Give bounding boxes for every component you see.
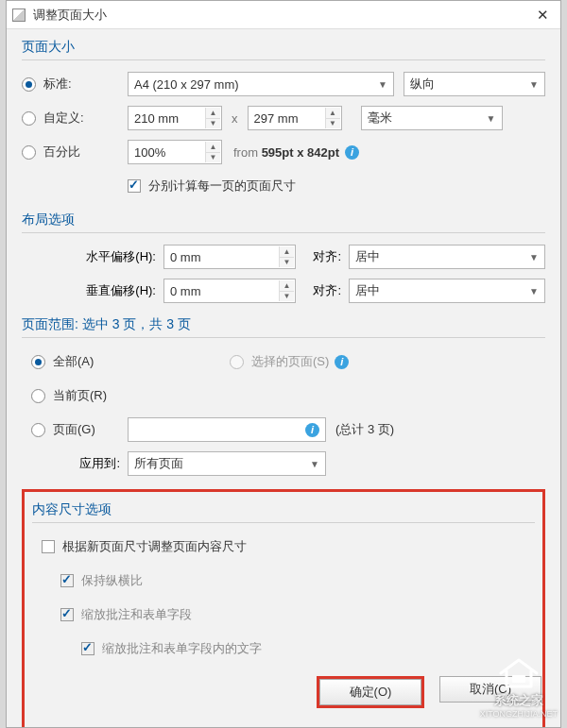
chevron-down-icon: ▼: [487, 113, 496, 124]
calc-each-checkbox[interactable]: [128, 179, 141, 193]
page-range-group: 页面范围: 选中 3 页，共 3 页 全部(A) 选择的页面(S) i 当前页(…: [22, 316, 545, 476]
apply-to-label: 应用到:: [22, 455, 128, 472]
spinner-buttons[interactable]: ▲▼: [205, 108, 220, 128]
percent-radio[interactable]: [22, 145, 36, 160]
page-size-title: 页面大小: [22, 39, 545, 60]
percent-value: 100%: [134, 145, 165, 160]
dialog-buttons: 确定(O) 取消(C): [317, 676, 541, 708]
resize-content-label: 根据新页面尺寸调整页面内容尺寸: [62, 538, 247, 555]
chevron-down-icon: ▼: [529, 252, 539, 262]
info-icon[interactable]: i: [345, 145, 359, 160]
v-offset-value: 0 mm: [170, 284, 201, 298]
chevron-down-icon: ▼: [310, 459, 319, 469]
orientation-select[interactable]: 纵向 ▼: [404, 72, 545, 96]
apply-to-select[interactable]: 所有页面 ▼: [128, 451, 326, 476]
h-offset-value: 0 mm: [170, 250, 201, 264]
v-offset-label: 垂直偏移(H):: [22, 282, 163, 299]
total-pages-text: (总计 3 页): [335, 421, 394, 438]
h-offset-label: 水平偏移(H):: [22, 248, 163, 265]
times-label: x: [232, 111, 238, 126]
scale-annot-text-checkbox: [81, 642, 94, 655]
paper-size-select[interactable]: A4 (210 x 297 mm) ▼: [128, 72, 394, 96]
standard-label: 标准:: [43, 76, 72, 93]
percent-input[interactable]: 100% ▲▼: [128, 140, 222, 164]
all-pages-label: 全部(A): [53, 353, 94, 370]
custom-width-value: 210 mm: [134, 111, 179, 126]
calc-each-label: 分别计算每一页的页面尺寸: [148, 178, 296, 195]
align-label-v: 对齐:: [296, 282, 349, 299]
dialog-body: 页面大小 标准: A4 (210 x 297 mm) ▼ 纵向 ▼: [7, 29, 560, 727]
apply-to-value: 所有页面: [134, 455, 183, 472]
spinner-buttons[interactable]: ▲▼: [279, 280, 294, 301]
layout-group: 布局选项 水平偏移(H): 0 mm ▲▼ 对齐: 居中 ▼ 垂直偏移(H): …: [22, 212, 545, 303]
cancel-button[interactable]: 取消(C): [439, 676, 541, 703]
from-text: from 595pt x 842pt: [233, 145, 339, 160]
keep-aspect-checkbox: [60, 574, 74, 587]
ok-highlight: 确定(O): [317, 676, 424, 708]
spinner-buttons[interactable]: ▲▼: [325, 108, 340, 128]
scale-annot-checkbox: [60, 608, 74, 621]
scale-annot-label: 缩放批注和表单字段: [81, 606, 192, 623]
v-align-select[interactable]: 居中 ▼: [349, 279, 545, 303]
spinner-buttons[interactable]: ▲▼: [279, 246, 294, 267]
h-align-select[interactable]: 居中 ▼: [349, 245, 545, 269]
page-range-title: 页面范围: 选中 3 页，共 3 页: [22, 316, 545, 338]
resize-page-dialog: 调整页面大小 ✕ 页面大小 标准: A4 (210 x 297 mm) ▼ 纵向…: [6, 0, 561, 728]
info-icon[interactable]: i: [335, 355, 349, 369]
chevron-down-icon: ▼: [529, 286, 539, 296]
h-align-value: 居中: [355, 248, 380, 265]
percent-label: 百分比: [43, 144, 80, 161]
current-page-radio[interactable]: [31, 389, 45, 403]
selected-pages-label: 选择的页面(S): [251, 353, 329, 370]
chevron-down-icon: ▼: [378, 79, 387, 90]
close-button[interactable]: ✕: [524, 2, 560, 28]
orientation-value: 纵向: [410, 76, 435, 93]
pages-input[interactable]: i: [128, 417, 326, 442]
unit-value: 毫米: [368, 110, 392, 127]
resize-content-checkbox[interactable]: [42, 540, 55, 553]
v-align-value: 居中: [355, 282, 380, 299]
titlebar: 调整页面大小 ✕: [7, 1, 560, 29]
pages-label: 页面(G): [53, 421, 95, 438]
page-size-group: 页面大小 标准: A4 (210 x 297 mm) ▼ 纵向 ▼: [22, 39, 545, 198]
chevron-down-icon: ▼: [529, 79, 539, 90]
spinner-buttons[interactable]: ▲▼: [205, 142, 220, 162]
all-pages-radio[interactable]: [31, 355, 45, 369]
pages-radio[interactable]: [31, 423, 45, 437]
custom-label: 自定义:: [43, 110, 84, 127]
custom-height-input[interactable]: 297 mm ▲▼: [248, 106, 342, 130]
info-icon[interactable]: i: [305, 423, 319, 437]
custom-height-value: 297 mm: [254, 111, 299, 126]
selected-pages-radio: [230, 355, 244, 369]
v-offset-input[interactable]: 0 mm ▲▼: [163, 279, 296, 303]
unit-select[interactable]: 毫米 ▼: [361, 106, 503, 130]
custom-radio[interactable]: [22, 111, 36, 126]
layout-title: 布局选项: [22, 212, 545, 233]
align-label-h: 对齐:: [296, 248, 349, 265]
window-title: 调整页面大小: [33, 7, 524, 24]
current-page-label: 当前页(R): [53, 387, 107, 404]
h-offset-input[interactable]: 0 mm ▲▼: [163, 245, 296, 269]
ok-button[interactable]: 确定(O): [319, 679, 421, 705]
custom-width-input[interactable]: 210 mm ▲▼: [128, 106, 222, 130]
standard-radio[interactable]: [22, 77, 36, 92]
paper-size-value: A4 (210 x 297 mm): [134, 77, 239, 92]
app-icon: [12, 8, 26, 22]
scale-annot-text-label: 缩放批注和表单字段内的文字: [102, 640, 262, 657]
keep-aspect-label: 保持纵横比: [81, 572, 143, 589]
content-size-title: 内容尺寸选项: [32, 501, 535, 523]
